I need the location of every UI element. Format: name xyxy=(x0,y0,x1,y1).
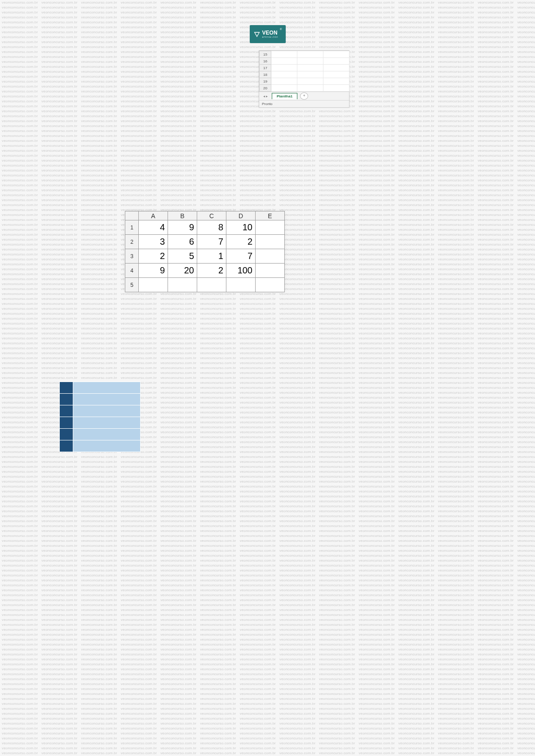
brand-name: VEON xyxy=(262,30,278,35)
cell[interactable]: 9 xyxy=(139,264,168,278)
trademark-symbol: ® xyxy=(280,28,282,31)
cell[interactable] xyxy=(271,78,297,85)
cell[interactable]: 7 xyxy=(226,249,256,264)
table-row-body-cell xyxy=(73,405,141,417)
cell[interactable] xyxy=(256,264,285,278)
cell[interactable] xyxy=(168,278,197,292)
cell[interactable] xyxy=(323,85,349,92)
cell[interactable] xyxy=(297,51,323,58)
table-row-body-cell xyxy=(73,417,141,429)
row-header[interactable]: 4 xyxy=(125,264,139,278)
spreadsheet-main: ABCDE 1498102367232517492021005 xyxy=(125,211,285,292)
spreadsheet-tab-snippet: 151617181920 ◂ ▸ Planilha1 + Pronto xyxy=(259,50,349,108)
table-row-body-cell xyxy=(73,440,141,452)
brand-tagline: APROVA LOGO xyxy=(262,36,278,38)
cell[interactable]: 1 xyxy=(197,249,226,264)
row-header[interactable]: 16 xyxy=(260,58,271,65)
row-header[interactable]: 3 xyxy=(125,249,139,264)
column-header[interactable]: B xyxy=(168,211,197,220)
cell[interactable] xyxy=(271,58,297,65)
table-row-header-cell xyxy=(60,382,73,394)
cell[interactable] xyxy=(323,65,349,71)
cell[interactable] xyxy=(323,71,349,78)
row-header[interactable]: 5 xyxy=(125,278,139,292)
cell[interactable] xyxy=(271,65,297,71)
table-row-body-cell xyxy=(73,394,141,405)
cell[interactable] xyxy=(297,71,323,78)
sheet-tab-active[interactable]: Planilha1 xyxy=(272,93,297,99)
table-row-body-cell xyxy=(73,382,141,394)
cell[interactable] xyxy=(256,249,285,264)
cell[interactable] xyxy=(323,51,349,58)
row-header[interactable]: 2 xyxy=(125,235,139,249)
row-header[interactable]: 17 xyxy=(260,65,271,71)
cell[interactable] xyxy=(271,51,297,58)
table-row-header-cell xyxy=(60,429,73,440)
cell[interactable]: 100 xyxy=(226,264,256,278)
cell[interactable]: 5 xyxy=(168,249,197,264)
cell[interactable] xyxy=(271,71,297,78)
cell[interactable] xyxy=(256,220,285,235)
sheet-tab-bar: ◂ ▸ Planilha1 + xyxy=(259,92,349,100)
column-header[interactable]: C xyxy=(197,211,226,220)
cell[interactable]: 2 xyxy=(197,264,226,278)
cell[interactable] xyxy=(271,85,297,92)
row-header[interactable]: 15 xyxy=(260,51,271,58)
cell[interactable] xyxy=(323,58,349,65)
triangle-down-icon xyxy=(253,31,261,38)
cell[interactable] xyxy=(197,278,226,292)
brand-logo: VEON APROVA LOGO ® xyxy=(250,25,286,43)
cell[interactable] xyxy=(297,58,323,65)
cell[interactable] xyxy=(139,278,168,292)
table-row-header-cell xyxy=(60,440,73,452)
cell[interactable] xyxy=(297,65,323,71)
cell[interactable] xyxy=(256,235,285,249)
row-header[interactable]: 1 xyxy=(125,220,139,235)
select-all-corner[interactable] xyxy=(125,211,139,220)
cell[interactable]: 2 xyxy=(139,249,168,264)
table-row-body-cell xyxy=(73,429,141,440)
cell[interactable]: 7 xyxy=(197,235,226,249)
cell[interactable]: 8 xyxy=(197,220,226,235)
table-row-header-cell xyxy=(60,394,73,405)
cell[interactable] xyxy=(323,78,349,85)
add-sheet-icon[interactable]: + xyxy=(300,92,308,100)
status-bar: Pronto xyxy=(259,100,349,107)
cell[interactable]: 2 xyxy=(226,235,256,249)
cell[interactable]: 3 xyxy=(139,235,168,249)
cell[interactable]: 9 xyxy=(168,220,197,235)
row-header[interactable]: 19 xyxy=(260,78,271,85)
nav-prev-icon[interactable]: ◂ ▸ xyxy=(259,94,272,98)
watermark-background: veonconcurso.com.brveonconcurso.com.brve… xyxy=(0,0,535,756)
row-header[interactable]: 20 xyxy=(260,85,271,92)
row-header[interactable]: 18 xyxy=(260,71,271,78)
cell[interactable] xyxy=(226,278,256,292)
column-header[interactable]: D xyxy=(226,211,256,220)
cell[interactable]: 10 xyxy=(226,220,256,235)
column-header[interactable]: E xyxy=(256,211,285,220)
table-style-preview xyxy=(59,382,141,452)
cell[interactable]: 20 xyxy=(168,264,197,278)
cell[interactable] xyxy=(297,85,323,92)
cell[interactable]: 4 xyxy=(139,220,168,235)
cell[interactable]: 6 xyxy=(168,235,197,249)
column-header[interactable]: A xyxy=(139,211,168,220)
table-row-header-cell xyxy=(60,405,73,417)
cell[interactable] xyxy=(297,78,323,85)
cell[interactable] xyxy=(256,278,285,292)
table-row-header-cell xyxy=(60,417,73,429)
